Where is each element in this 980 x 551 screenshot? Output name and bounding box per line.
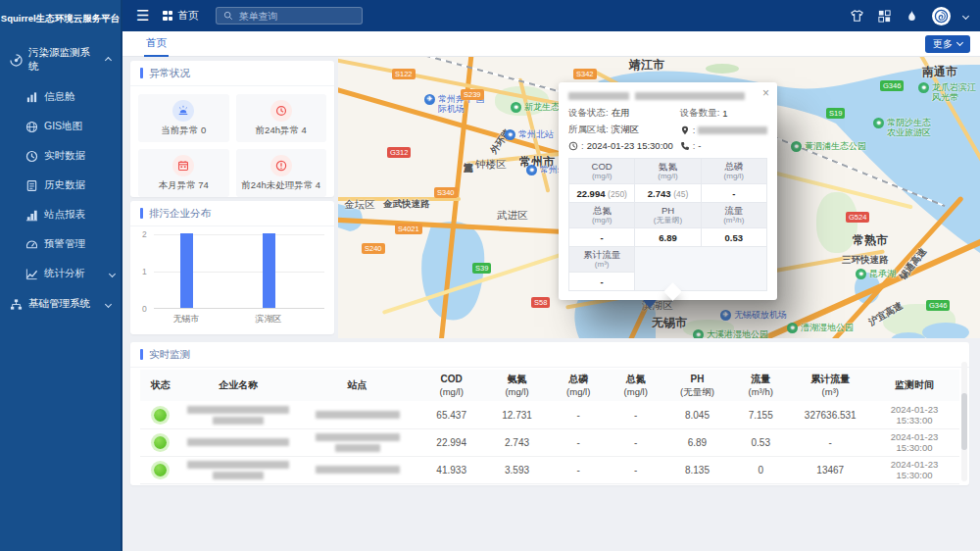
status-ok-dot — [154, 409, 167, 422]
radar-icon — [10, 54, 23, 67]
more-button[interactable]: 更多 — [925, 35, 970, 53]
road-badge: G312 — [387, 147, 411, 158]
stat-clock-icon — [270, 100, 292, 122]
stat-label: 当前异常 0 — [161, 125, 206, 137]
popup-param-value: 6.89 — [635, 228, 701, 247]
column-header[interactable]: 站点 — [296, 370, 418, 401]
popup-param-header: 累计流量(m³) — [569, 247, 635, 273]
column-header[interactable]: 累计流量(m³) — [792, 370, 869, 401]
avatar[interactable] — [932, 7, 951, 25]
cell-value: 6.89 — [664, 428, 730, 456]
column-header[interactable]: 状态 — [140, 370, 181, 401]
road-badge: G346 — [926, 300, 950, 311]
flame-icon[interactable] — [905, 9, 919, 24]
stat-card-0[interactable]: 当前异常 0 — [138, 94, 229, 142]
gauge-icon — [25, 238, 38, 251]
cell-value: - — [550, 401, 608, 428]
phone-icon — [680, 141, 690, 151]
road-badge: S19 — [826, 108, 845, 119]
theme-shirt-icon[interactable] — [850, 9, 864, 24]
road-badge: G346 — [880, 80, 904, 91]
screenshot-icon[interactable] — [877, 9, 892, 24]
popup-param-header: 总磷(mg/l) — [701, 159, 766, 184]
stat-label: 本月异常 74 — [159, 179, 209, 192]
sidebar-item-label: 实时数据 — [44, 149, 85, 163]
sidebar: Squirrel生态环境云服务平台 污染源监测系统信息舱GIS地图实时数据历史数… — [0, 0, 122, 551]
map-label: ●常州北站 — [505, 129, 564, 140]
popup-fields: 设备状态:在用设备数量:1所属区域:滨湖区::2024-01-23 15:30:… — [568, 107, 767, 151]
redacted-text — [698, 126, 767, 134]
popup-param-header: 氨氮(mg/l) — [635, 159, 701, 184]
column-header[interactable]: PH(无量纲) — [664, 370, 730, 401]
redacted-text — [316, 433, 400, 441]
sidebar-item-1[interactable]: GIS地图 — [0, 112, 121, 141]
column-header[interactable]: 总磷(mg/l) — [550, 370, 608, 401]
redacted-text — [213, 417, 264, 425]
park-poi-icon: ● — [511, 102, 521, 113]
dashboard-icon — [25, 91, 38, 104]
map-label: 靖江市 — [629, 57, 664, 74]
popup-param-header: 流量(m³/h) — [701, 203, 766, 228]
sidebar-item-4[interactable]: 站点报表 — [0, 200, 121, 229]
stat-card-2[interactable]: 本月异常 74 — [138, 149, 229, 197]
bar-无锡市[interactable] — [180, 233, 193, 308]
stat-card-3[interactable]: 前24h未处理异常 4 — [236, 149, 327, 197]
redacted-text — [316, 466, 400, 474]
sidebar-item-6[interactable]: 统计分析 — [0, 259, 121, 288]
hamburger-menu-icon[interactable]: ☰ — [122, 7, 163, 25]
sidebar-group-1[interactable]: 基础管理系统 — [0, 288, 121, 320]
cell-value: 8.045 — [664, 401, 730, 428]
park-poi-icon: ● — [787, 323, 798, 333]
scrollbar-thumb[interactable] — [961, 393, 967, 450]
column-header[interactable]: 流量(m³/h) — [730, 370, 792, 401]
breadcrumb[interactable]: 首页 — [163, 9, 198, 23]
y-tick: 0 — [142, 304, 147, 314]
calendar-icon — [172, 155, 194, 176]
menu-search-box[interactable] — [216, 7, 363, 25]
popup-param-value: - — [701, 184, 766, 203]
sidebar-item-label: 历史数据 — [44, 178, 85, 192]
popup-param-value: - — [569, 228, 635, 247]
bar-滨湖区[interactable] — [263, 233, 275, 308]
close-icon[interactable]: × — [762, 87, 769, 99]
status-ok-dot — [154, 464, 167, 476]
app-title: Squirrel生态环境云服务平台 — [0, 0, 121, 37]
table-row[interactable]: 65.43712.731--8.0457.155327636.5312024-0… — [140, 401, 959, 428]
alarm-icon — [172, 100, 194, 122]
popup-field: :2024-01-23 15:30:00 — [568, 140, 680, 151]
column-header[interactable]: 企业名称 — [181, 370, 296, 401]
sidebar-group-0[interactable]: 污染源监测系统 — [0, 37, 121, 82]
enterprise-distribution-panel: 排污企业分布 210 无锡市滨湖区 — [130, 201, 334, 334]
sidebar-item-0[interactable]: 信息舱 — [0, 82, 121, 112]
map-label: 无锡市 — [652, 315, 687, 331]
chevron-down-icon — [956, 39, 963, 46]
search-input[interactable] — [238, 11, 346, 22]
column-header[interactable]: 总氮(mg/l) — [607, 370, 664, 401]
y-tick: 2 — [142, 229, 147, 239]
chevron-down-icon[interactable] — [962, 12, 969, 19]
realtime-monitoring-panel: 实时监测 状态企业名称站点COD(mg/l)氨氮(mg/l)总磷(mg/l)总氮… — [130, 342, 969, 485]
pin-icon — [680, 125, 690, 135]
table-row[interactable]: 22.9942.743--6.890.53-2024-01-23 15:30:0… — [140, 428, 959, 456]
panel-title: 异常状况 — [130, 61, 334, 86]
column-header[interactable]: COD(mg/l) — [418, 370, 484, 401]
sidebar-item-label: 预警管理 — [44, 237, 85, 251]
warning-icon — [270, 155, 292, 176]
column-header[interactable]: 氨氮(mg/l) — [484, 370, 550, 401]
table-row[interactable]: 41.9333.593--8.1350134672024-01-23 15:30… — [140, 456, 959, 483]
map-label: ●黄泗浦生态公园 — [791, 141, 875, 152]
map-label: 钟楼区 — [475, 158, 507, 172]
stat-card-1[interactable]: 前24h异常 4 — [236, 94, 327, 142]
popup-param-header: PH(无量纲) — [635, 203, 701, 228]
cell-value: - — [607, 401, 664, 428]
gis-map[interactable]: 靖江市南通市常州市无锡市常熟市钟楼区武进区金坛区滨湖区金武快速路三环快速路外环路… — [338, 57, 980, 338]
popup-field: : — [680, 124, 767, 136]
sidebar-item-2[interactable]: 实时数据 — [0, 141, 121, 171]
popup-field: :- — [680, 140, 767, 151]
sidebar-item-5[interactable]: 预警管理 — [0, 229, 121, 259]
sidebar-item-3[interactable]: 历史数据 — [0, 171, 121, 200]
tab-home[interactable]: 首页 — [144, 31, 169, 57]
road-badge: S240 — [362, 243, 385, 254]
column-header[interactable]: 监测时间 — [869, 370, 959, 401]
table-scrollbar[interactable] — [961, 362, 967, 481]
